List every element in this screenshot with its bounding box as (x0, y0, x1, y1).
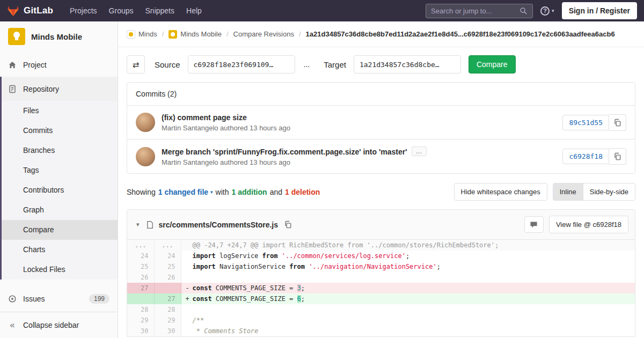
range-separator: ... (304, 60, 310, 69)
diff-code-cell: import logService from '../common/servic… (181, 251, 635, 261)
commit-short-sha[interactable]: c6928f18 (562, 149, 609, 164)
nav-link-snippets[interactable]: Snippets (140, 1, 180, 20)
commit-author-avatar (136, 113, 155, 132)
diff-new-line-number[interactable]: 28 (154, 304, 181, 315)
collapse-sidebar-button[interactable]: « Collapse sidebar (0, 312, 118, 338)
global-search[interactable] (426, 4, 533, 18)
source-label: Source (155, 60, 180, 69)
commit-row: (fix) comment page sizeMartin Santangelo… (127, 106, 635, 139)
view-mode-toggle: Inline Side-by-side (553, 183, 635, 201)
sidebar-item-commits[interactable]: Commits (2, 121, 118, 141)
commit-short-sha[interactable]: 89c51d55 (562, 115, 609, 130)
breadcrumb-compare-revisions[interactable]: Compare Revisions (233, 30, 294, 38)
diff-new-line-number[interactable]: 25 (154, 261, 181, 272)
nav-link-groups[interactable]: Groups (103, 1, 140, 20)
diff-line-context: 2929/** (127, 315, 635, 326)
sidebar-item-contributors[interactable]: Contributors (2, 180, 118, 200)
commit-sha-group: 89c51d55 (562, 114, 626, 131)
view-file-button[interactable]: View file @ c6928f18 (549, 216, 628, 233)
diff-new-line-number[interactable]: 26 (154, 272, 181, 283)
comment-on-file-button[interactable] (524, 216, 544, 233)
diff-old-line-number[interactable]: ... (127, 240, 154, 251)
issues-count-badge: 199 (89, 294, 109, 304)
diff-new-line-number[interactable]: ... (154, 240, 181, 251)
commit-title-link[interactable]: Merge branch 'sprint/FunnyFrog.fix.comme… (162, 148, 407, 156)
copy-sha-button[interactable] (609, 148, 626, 165)
diff-old-line-number[interactable]: 24 (127, 251, 154, 261)
breadcrumb-group[interactable]: Minds (127, 30, 157, 39)
sidebar-item-project[interactable]: Project (0, 53, 118, 77)
sidebar-item-label: Project (23, 61, 47, 69)
group-avatar (127, 30, 135, 39)
gitlab-home-link[interactable]: GitLab (7, 5, 53, 17)
top-navbar: GitLab ProjectsGroupsSnippetsHelp ? ▾ Si… (0, 0, 644, 21)
inline-view-button[interactable]: Inline (553, 183, 583, 201)
diff-file-path[interactable]: src/comments/CommentsStore.js (159, 221, 279, 229)
sidebar-item-charts[interactable]: Charts (2, 240, 118, 260)
showing-label: Showing (127, 188, 156, 196)
diff-new-line-number[interactable]: 27 (154, 293, 181, 304)
target-ref-input[interactable] (354, 55, 461, 74)
diff-old-line-number[interactable]: 28 (127, 304, 154, 315)
sidebar-item-locked-files[interactable]: Locked Files (2, 260, 118, 280)
sidebar-project-header[interactable]: Minds Mobile (0, 21, 118, 53)
diff-new-line-number[interactable]: 24 (154, 251, 181, 261)
hide-whitespace-button[interactable]: Hide whitespace changes (454, 183, 547, 201)
sidebar-item-label: Repository (23, 85, 59, 93)
sidebar-item-repository[interactable]: Repository (2, 77, 118, 101)
sidebar-item-graph[interactable]: Graph (2, 200, 118, 220)
diff-summary-text: Showing 1 changed file ▾ with 1 addition… (127, 188, 320, 196)
breadcrumb-project[interactable]: Minds Mobile (169, 30, 222, 39)
diff-summary-row: Showing 1 changed file ▾ with 1 addition… (127, 183, 635, 201)
project-avatar-small (169, 30, 177, 39)
copy-file-path-button[interactable] (283, 219, 293, 230)
diff-line-context: 2828 (127, 304, 635, 315)
nav-link-help[interactable]: Help (180, 1, 208, 20)
sidebar-item-files[interactable]: Files (2, 101, 118, 121)
diff-file-header: ▾ src/comments/CommentsStore.js View fil… (127, 210, 635, 240)
diff-old-line-number[interactable]: 30 (127, 326, 154, 336)
side-by-side-view-button[interactable]: Side-by-side (583, 183, 635, 201)
copy-sha-button[interactable] (609, 114, 626, 131)
collapse-file-caret-icon[interactable]: ▾ (134, 221, 142, 228)
commit-title-link[interactable]: (fix) comment page size (162, 113, 247, 122)
diff-old-line-number[interactable]: 26 (127, 272, 154, 283)
diff-old-line-number[interactable]: 25 (127, 261, 154, 272)
nav-link-projects[interactable]: Projects (64, 1, 103, 20)
swap-revisions-button[interactable]: ⇄ (127, 55, 145, 74)
diff-code-cell: @@ -24,7 +24,7 @@ import RichEmbedStore … (181, 240, 635, 251)
target-label: Target (324, 60, 346, 69)
sidebar-nav: Project Repository FilesCommitsBranchesT… (0, 53, 118, 311)
help-dropdown[interactable]: ? ▾ (540, 6, 554, 16)
sign-in-button[interactable]: Sign in / Register (562, 2, 637, 19)
commit-description-expander[interactable]: … (412, 146, 427, 156)
breadcrumb-separator: / (299, 30, 301, 38)
main-content: Minds / Minds Mobile / Compare Revisions… (118, 21, 644, 338)
changed-files-dropdown[interactable]: 1 changed file (158, 188, 208, 196)
diff-line-hunk: ......@@ -24,7 +24,7 @@ import RichEmbed… (127, 240, 635, 251)
diff-new-line-number[interactable]: 30 (154, 326, 181, 336)
diff-line-add: 27+const COMMENTS_PAGE_SIZE = 6; (127, 293, 635, 304)
source-ref-input[interactable] (188, 55, 295, 74)
diff-old-line-number[interactable]: 29 (127, 315, 154, 326)
sidebar-item-label: Issues (23, 295, 45, 303)
diff-old-line-number[interactable] (127, 293, 154, 304)
sidebar-section-repository: Repository FilesCommitsBranchesTagsContr… (0, 77, 118, 280)
compare-button[interactable]: Compare (469, 55, 516, 74)
diff-new-line-number[interactable] (154, 283, 181, 293)
collapse-label: Collapse sidebar (23, 321, 79, 329)
sidebar-item-branches[interactable]: Branches (2, 141, 118, 160)
diff-code-cell: +const COMMENTS_PAGE_SIZE = 6; (181, 293, 635, 304)
compare-form: ⇄ Source ... Target Compare (118, 47, 644, 82)
commit-sha-group: c6928f18 (562, 148, 626, 165)
diff-new-line-number[interactable]: 29 (154, 315, 181, 326)
sidebar-item-tags[interactable]: Tags (2, 160, 118, 180)
chevron-down-icon[interactable]: ▾ (210, 189, 213, 195)
search-input[interactable] (431, 7, 516, 15)
sidebar-item-compare[interactable]: Compare (2, 220, 118, 240)
sidebar-item-issues[interactable]: Issues 199 (0, 286, 118, 311)
comment-bubble-icon (530, 221, 538, 229)
commits-panel-title: Commits (2) (127, 83, 635, 106)
diff-line-sign: - (186, 283, 193, 293)
diff-old-line-number[interactable]: 27 (127, 283, 154, 293)
